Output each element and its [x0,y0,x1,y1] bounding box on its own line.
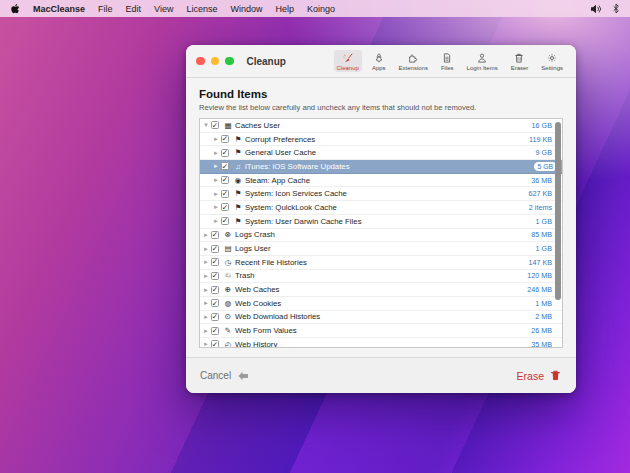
row-size: 2 MB [535,312,562,321]
trash-icon: ♲ [223,271,233,280]
disclosure-collapsed-icon[interactable]: ► [203,246,211,252]
list-row-system-icon-services-cache[interactable]: ►✓⚑System: Icon Services Cache627 KB [200,187,562,201]
disclosure-collapsed-icon[interactable]: ► [203,273,211,279]
row-checkbox[interactable]: ✓ [211,231,219,239]
row-checkbox[interactable]: ✓ [211,272,219,280]
toolbar-item-label: Files [441,65,454,71]
box-icon: ▦ [223,121,233,130]
menu-item-help[interactable]: Help [275,4,294,14]
disclosure-collapsed-icon[interactable]: ► [203,300,211,306]
menu-item-maccleanse[interactable]: MacCleanse [33,4,85,14]
disclosure-collapsed-icon[interactable]: ► [213,191,221,197]
row-label: Steam: App Cache [245,176,310,185]
row-checkbox[interactable]: ✓ [211,286,219,294]
toolbar-item-label: Settings [541,65,563,71]
erase-label: Erase [517,370,544,382]
disclosure-collapsed-icon[interactable]: ► [203,341,211,347]
cancel-button[interactable]: Cancel [200,370,249,381]
row-checkbox[interactable]: ✓ [211,340,219,348]
bluetooth-icon[interactable] [612,3,620,14]
row-checkbox[interactable]: ✓ [221,176,229,184]
toolbar-item-eraser[interactable]: Eraser [508,50,532,72]
row-checkbox[interactable]: ✓ [221,203,229,211]
row-checkbox[interactable]: ✓ [221,217,229,225]
steam-icon: ◉ [233,176,243,185]
desktop-wallpaper: MacCleanseFileEditViewLicenseWindowHelpK… [0,0,630,473]
disclosure-collapsed-icon[interactable]: ► [213,136,221,142]
toolbar-item-extensions[interactable]: Extensions [396,50,431,72]
row-checkbox[interactable]: ✓ [221,149,229,157]
disclosure-collapsed-icon[interactable]: ► [203,287,211,293]
row-checkbox[interactable]: ✓ [211,313,219,321]
disclosure-collapsed-icon[interactable]: ► [203,232,211,238]
cleanup-window: Cleanup CleanupAppsExtensionsFilesLogin … [186,45,576,393]
list-row-corrupt-preferences[interactable]: ►✓⚑Corrupt Preferences119 KB [200,133,562,147]
list-row-web-history[interactable]: ►✓◴Web History35 MB [200,338,562,348]
erase-button[interactable]: Erase [517,369,562,382]
list-row-system-user-darwin-cache-files[interactable]: ►✓⚑System: User Darwin Cache Files1 GB [200,215,562,229]
toolbar-item-settings[interactable]: Settings [538,50,566,72]
toolbar-item-label: Extensions [399,65,428,71]
list-row-logs-user[interactable]: ►✓▤Logs User1 GB [200,242,562,256]
disclosure-collapsed-icon[interactable]: ► [213,218,221,224]
row-checkbox[interactable]: ✓ [211,327,219,335]
menu-item-license[interactable]: License [186,4,217,14]
flag-icon: ⚑ [233,189,243,198]
list-row-general-user-cache[interactable]: ►✓⚑General User Cache9 GB [200,146,562,160]
menu-item-view[interactable]: View [154,4,173,14]
list-row-system-quicklook-cache[interactable]: ►✓⚑System: QuickLook Cache2 items [200,201,562,215]
row-checkbox[interactable]: ✓ [211,121,219,129]
row-checkbox[interactable]: ✓ [221,135,229,143]
list-row-caches-user[interactable]: ▼✓▦Caches User16 GB [200,119,562,133]
row-checkbox[interactable]: ✓ [211,258,219,266]
menu-item-window[interactable]: Window [230,4,262,14]
row-label: General User Cache [245,148,316,157]
section-heading: Found Items [199,88,563,100]
row-label: Web Cookies [235,299,281,308]
disclosure-collapsed-icon[interactable]: ► [203,259,211,265]
row-checkbox[interactable]: ✓ [211,299,219,307]
flag-icon: ⚑ [233,148,243,157]
toolbar-item-login-items[interactable]: Login Items [464,50,501,72]
apple-menu-icon[interactable] [10,3,21,15]
row-label: System: Icon Services Cache [245,189,347,198]
row-label: Web History [235,340,277,348]
row-checkbox[interactable]: ✓ [211,245,219,253]
minimize-button[interactable] [211,57,220,66]
disclosure-collapsed-icon[interactable]: ► [213,150,221,156]
toolbar-item-apps[interactable]: Apps [369,50,389,72]
scrollbar-thumb[interactable] [555,122,561,300]
list-row-steam-app-cache[interactable]: ►✓◉Steam: App Cache36 MB [200,174,562,188]
disclosure-collapsed-icon[interactable]: ► [213,204,221,210]
menu-item-edit[interactable]: Edit [126,4,142,14]
disclosure-collapsed-icon[interactable]: ► [203,314,211,320]
row-checkbox[interactable]: ✓ [221,162,229,170]
list-row-web-caches[interactable]: ►✓⊕Web Caches246 MB [200,283,562,297]
row-size: 35 MB [531,340,562,348]
toolbar-item-label: Apps [372,65,386,71]
menu-item-file[interactable]: File [98,4,113,14]
window-footer: Cancel Erase [186,357,576,393]
cancel-label: Cancel [200,370,231,381]
volume-icon[interactable] [590,4,602,14]
toolbar-item-files[interactable]: Files [438,50,457,72]
found-items-list: ▼✓▦Caches User16 GB►✓⚑Corrupt Preference… [199,118,563,348]
disclosure-expanded-icon[interactable]: ▼ [203,122,211,128]
list-row-web-form-values[interactable]: ►✓✎Web Form Values26 MB [200,324,562,338]
zoom-button[interactable] [225,57,234,66]
close-button[interactable] [196,57,205,66]
list-row-web-download-histories[interactable]: ►✓⊙Web Download Histories2 MB [200,311,562,325]
list-row-itunes-ios-software-updates[interactable]: ►✓♫iTunes: iOS Software Updates5 GB [200,160,562,174]
list-row-web-cookies[interactable]: ►✓◍Web Cookies1 MB [200,297,562,311]
row-checkbox[interactable]: ✓ [221,190,229,198]
menu-item-koingo[interactable]: Koingo [307,4,335,14]
files-document-icon [441,52,453,65]
list-row-logs-crash[interactable]: ►✓⊗Logs Crash85 MB [200,229,562,243]
menu-bar: MacCleanseFileEditViewLicenseWindowHelpK… [0,0,630,17]
toolbar-item-cleanup[interactable]: Cleanup [334,50,362,72]
disclosure-collapsed-icon[interactable]: ► [213,177,221,183]
disclosure-collapsed-icon[interactable]: ► [213,163,221,169]
disclosure-collapsed-icon[interactable]: ► [203,328,211,334]
list-row-recent-file-histories[interactable]: ►✓◷Recent File Histories147 KB [200,256,562,270]
list-row-trash[interactable]: ►✓♲Trash120 MB [200,270,562,284]
